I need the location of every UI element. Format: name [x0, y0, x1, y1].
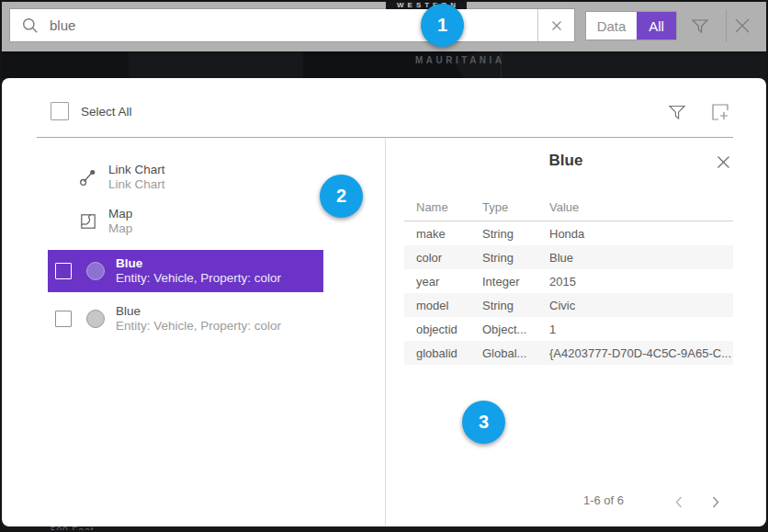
- list-item-blue[interactable]: Blue Entity: Vehicle, Property: color: [48, 298, 323, 340]
- cell-name: color: [404, 251, 482, 265]
- clear-search-button[interactable]: [537, 9, 574, 41]
- cell-type: Global...: [482, 346, 549, 360]
- entity-circle-icon: [86, 310, 105, 328]
- scope-data-button[interactable]: Data: [586, 12, 637, 40]
- filter-button[interactable]: [690, 16, 710, 36]
- close-search-button[interactable]: [732, 16, 752, 36]
- map-label-mauritania: MAURITANIA: [415, 55, 505, 65]
- list-item-map[interactable]: Map Map: [48, 201, 323, 242]
- select-all-checkbox[interactable]: [51, 102, 69, 120]
- clear-search-icon: [551, 20, 562, 31]
- toolbar-divider: [726, 9, 727, 42]
- list-item-title: Blue: [116, 256, 281, 271]
- search-toolbar: blue Data All: [0, 0, 768, 51]
- callout-step-3: 3: [462, 401, 505, 444]
- list-item-blue-selected[interactable]: Blue Entity: Vehicle, Property: color: [48, 250, 323, 292]
- table-row: globalid Global... {A4203777-D70D-4C5C-9…: [404, 341, 733, 365]
- cell-name: globalid: [404, 346, 482, 360]
- cell-value: {A4203777-D70D-4C5C-9A65-C...: [549, 346, 733, 360]
- cell-value: Civic: [549, 299, 733, 312]
- list-item-subtitle: Map: [108, 221, 132, 236]
- column-header-value: Value: [549, 200, 733, 220]
- cell-type: String: [482, 227, 549, 241]
- search-input[interactable]: blue: [9, 8, 575, 42]
- close-icon: [716, 154, 731, 170]
- cell-value: 1: [549, 323, 733, 336]
- list-detail-divider: [385, 138, 386, 526]
- entity-circle-icon: [86, 262, 105, 280]
- item-checkbox[interactable]: [55, 263, 72, 279]
- list-item-title: Blue: [116, 304, 281, 319]
- close-icon: [732, 16, 752, 36]
- add-to-selection-button[interactable]: [710, 102, 730, 122]
- detail-title: Blue: [400, 152, 732, 170]
- filter-icon: [690, 16, 710, 36]
- search-icon: [22, 17, 39, 34]
- filter-icon: [667, 102, 687, 122]
- table-row: color String Blue: [404, 245, 733, 269]
- cell-type: String: [482, 299, 549, 312]
- link-chart-icon: [79, 168, 97, 187]
- cell-value: 2015: [549, 275, 733, 289]
- list-item-link-chart[interactable]: Link Chart Link Chart: [48, 157, 323, 198]
- table-row: make String Honda: [404, 221, 733, 245]
- pagination-next-button[interactable]: [709, 493, 722, 511]
- item-checkbox[interactable]: [55, 311, 72, 327]
- attribute-table: Name Type Value make String Honda color …: [404, 200, 733, 365]
- cell-type: Integer: [482, 275, 549, 289]
- table-header-row: Name Type Value: [404, 200, 733, 220]
- cell-value: Honda: [549, 227, 733, 241]
- search-results-panel: Select All Link Chart Link Chart Map Map…: [2, 78, 766, 526]
- list-item-title: Map: [108, 207, 132, 221]
- detail-close-button[interactable]: [716, 154, 731, 170]
- map-icon: [79, 212, 97, 231]
- cell-type: String: [482, 251, 549, 265]
- scope-all-button[interactable]: All: [637, 12, 676, 40]
- map-background: MAURITANIA: [0, 51, 768, 78]
- pagination-prev-button[interactable]: [672, 493, 685, 511]
- cell-name: year: [404, 275, 482, 289]
- list-item-subtitle: Entity: Vehicle, Property: color: [116, 271, 281, 286]
- select-all-label: Select All: [81, 105, 132, 119]
- table-row: year Integer 2015: [404, 269, 733, 293]
- chevron-left-icon: [674, 495, 683, 509]
- add-selection-icon: [710, 102, 730, 122]
- cell-value: Blue: [549, 251, 733, 265]
- callout-step-2: 2: [320, 175, 363, 218]
- search-scope-toggle: Data All: [585, 11, 677, 40]
- callout-step-1: 1: [421, 4, 464, 47]
- cell-name: make: [404, 227, 482, 241]
- table-row: model String Civic: [404, 293, 733, 317]
- cell-name: model: [404, 299, 482, 312]
- list-item-title: Link Chart: [108, 163, 165, 177]
- map-country-shape: [0, 51, 129, 78]
- list-item-subtitle: Entity: Vehicle, Property: color: [116, 319, 281, 334]
- cell-type: Object...: [482, 323, 549, 336]
- search-query-text[interactable]: blue: [50, 17, 537, 33]
- chevron-right-icon: [711, 495, 720, 509]
- column-header-name: Name: [404, 200, 482, 220]
- list-item-subtitle: Link Chart: [108, 177, 165, 192]
- column-header-type: Type: [482, 200, 549, 220]
- table-row: objectid Object... 1: [404, 317, 733, 341]
- results-filter-button[interactable]: [667, 102, 687, 122]
- cell-name: objectid: [404, 323, 482, 336]
- map-scale-label: 500 Feet: [51, 526, 94, 532]
- pagination-label: 1-6 of 6: [553, 493, 654, 507]
